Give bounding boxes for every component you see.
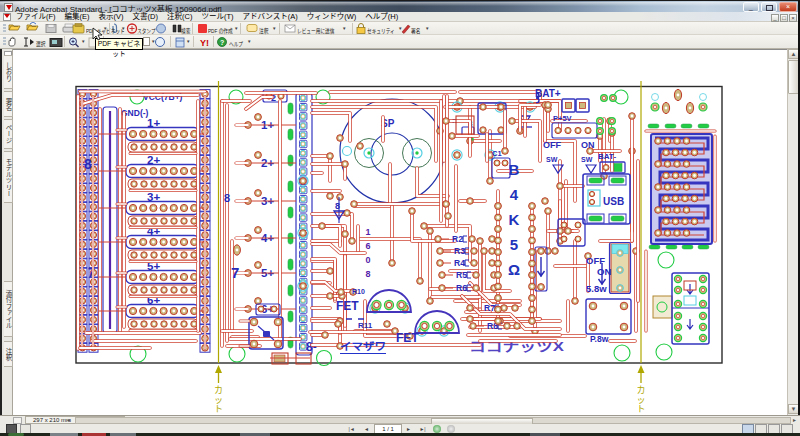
svg-text:6: 6 [365, 241, 370, 251]
svg-text:イマザワ: イマザワ [340, 340, 386, 352]
svg-text:5.8w: 5.8w [586, 283, 607, 294]
svg-text:8: 8 [365, 269, 370, 279]
svg-text:1: 1 [365, 227, 370, 237]
svg-text:0: 0 [365, 255, 370, 265]
svg-text:5: 5 [510, 236, 518, 253]
svg-text:ト: ト [636, 404, 645, 414]
svg-text:カ: カ [214, 385, 223, 395]
svg-text:ト: ト [214, 404, 223, 414]
svg-text:R3: R3 [454, 246, 465, 256]
svg-text:8-: 8- [306, 340, 317, 354]
svg-text:ッ: ッ [636, 395, 645, 405]
svg-text:R7: R7 [484, 303, 495, 313]
svg-text:OFF: OFF [586, 255, 605, 266]
svg-text:SW: SW [581, 156, 593, 163]
svg-text:?: ? [220, 39, 224, 46]
svg-text:P+5V: P+5V [553, 114, 572, 123]
svg-text:FET: FET [396, 331, 419, 345]
svg-text:B: B [509, 161, 520, 178]
svg-text:R5: R5 [456, 270, 467, 280]
svg-text:R11: R11 [358, 321, 373, 330]
svg-text:BAT+: BAT+ [535, 88, 561, 99]
svg-text:ON: ON [581, 140, 595, 150]
svg-text:Y!: Y! [200, 38, 209, 48]
svg-text:ッ: ッ [214, 395, 223, 405]
svg-text:カ: カ [636, 385, 645, 395]
svg-text:K: K [509, 211, 520, 228]
svg-text:P.8w: P.8w [590, 334, 609, 344]
svg-text:FET: FET [336, 299, 359, 313]
svg-text:R10: R10 [352, 288, 365, 295]
svg-text:8: 8 [84, 156, 92, 172]
svg-text:USB: USB [603, 196, 624, 207]
svg-text:Ω: Ω [508, 261, 520, 278]
svg-text:8: 8 [224, 192, 230, 204]
svg-text:7: 7 [231, 264, 239, 281]
svg-text:4: 4 [510, 186, 519, 203]
svg-text:ON: ON [597, 266, 611, 277]
svg-text:R2: R2 [452, 234, 463, 244]
svg-text:OFF: OFF [543, 140, 561, 150]
svg-text:BAT-: BAT- [598, 152, 616, 161]
svg-text:R4: R4 [454, 258, 465, 268]
svg-text:R6: R6 [456, 283, 467, 293]
svg-text:SW: SW [546, 156, 558, 163]
svg-text:C1: C1 [492, 149, 502, 158]
